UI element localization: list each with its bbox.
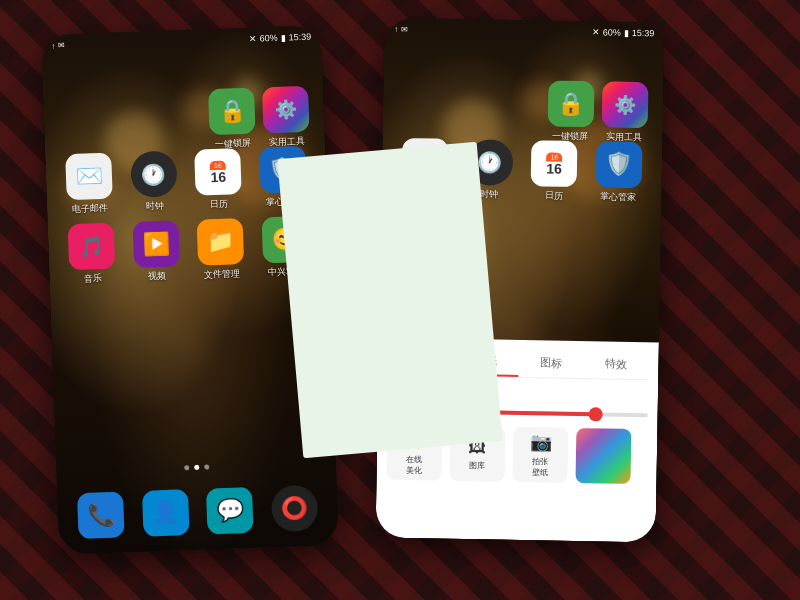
app-label-calendar-right: 日历 xyxy=(545,189,563,202)
notification-icon: ✉ xyxy=(58,41,65,50)
app-item-lock-left[interactable]: 🔒 一键锁屏 xyxy=(208,88,256,152)
blur-handle[interactable] xyxy=(589,407,603,421)
app-icon-lock-right[interactable]: 🔒 xyxy=(548,80,595,127)
app-music-left[interactable]: 🎵 音乐 xyxy=(63,222,122,286)
app-icon-tools-right[interactable]: ⚙️ xyxy=(602,81,649,128)
app-mail-left[interactable]: ✉️ 电子邮件 xyxy=(60,152,119,216)
app-icon-files-left[interactable]: 📁 xyxy=(197,218,245,266)
dot-2-active xyxy=(194,465,199,470)
app-item-lock-right[interactable]: 🔒 一键锁屏 xyxy=(547,80,594,143)
dock-contacts-left[interactable]: 👤 xyxy=(136,489,194,537)
status-left-icons-right: ↑ ✉ xyxy=(394,24,408,33)
status-right-info-right: ✕ 60% ▮ 15:39 xyxy=(592,27,655,38)
app-icon-tools-left[interactable]: ⚙️ xyxy=(262,86,310,134)
app-calendar-left[interactable]: 16 16 日历 xyxy=(189,148,248,212)
app-label-shield-right: 掌心管家 xyxy=(600,190,636,204)
app-icon-video-left[interactable]: ▶️ xyxy=(132,220,180,268)
close-icon-right: ✕ xyxy=(592,27,600,37)
time-display-right: 15:39 xyxy=(632,28,655,38)
gallery-label: 图库 xyxy=(469,460,485,471)
app-row1-right: 🔒 一键锁屏 ⚙️ 实用工具 xyxy=(382,78,663,145)
app-icon-music-left[interactable]: 🎵 xyxy=(68,223,116,271)
dock-msg-left[interactable]: 💬 xyxy=(201,487,259,535)
app-label-calendar-left: 日历 xyxy=(210,198,228,212)
app-label-music-left: 音乐 xyxy=(84,272,102,286)
notification-icon-right: ✉ xyxy=(401,24,408,33)
app-label-clock-right: 时钟 xyxy=(480,188,498,201)
app-clock-left[interactable]: 🕐 时钟 xyxy=(125,150,184,214)
app-calendar-right[interactable]: 16 16 日历 xyxy=(525,140,583,203)
app-shield-right[interactable]: 🛡️ 掌心管家 xyxy=(590,141,648,204)
app-grid-left: ✉️ 电子邮件 🕐 时钟 16 16 日历 xyxy=(60,146,314,287)
battery-icon-right: ▮ xyxy=(624,28,629,38)
app-item-tools-left[interactable]: ⚙️ 实用工具 xyxy=(262,86,310,150)
dock-icon-contacts-left[interactable]: 👤 xyxy=(142,489,190,537)
signal-icon-right: ↑ xyxy=(394,24,398,33)
battery-percent: 60% xyxy=(260,33,278,44)
app-icon-calendar-left[interactable]: 16 16 xyxy=(194,148,242,196)
app-icon-lock-left[interactable]: 🔒 xyxy=(208,88,256,136)
camera-wp-label: 拍张壁纸 xyxy=(532,456,548,478)
app-icon-clock-left[interactable]: 🕐 xyxy=(130,150,178,198)
app-icon-mail-left[interactable]: ✉️ xyxy=(65,153,113,201)
dock-icon-msg-left[interactable]: 💬 xyxy=(206,487,254,535)
app-label-files-left: 文件管理 xyxy=(204,267,240,281)
app-label-mail-left: 电子邮件 xyxy=(72,202,108,216)
camera-wp-icon: 📷 xyxy=(529,431,551,453)
paper-card xyxy=(277,142,502,458)
app-icon-calendar-right[interactable]: 16 16 xyxy=(531,140,578,187)
app-item-tools-right[interactable]: ⚙️ 实用工具 xyxy=(601,81,648,144)
close-icon: ✕ xyxy=(249,34,257,44)
time-display: 15:39 xyxy=(289,32,312,43)
app-icon-shield-right[interactable]: 🛡️ xyxy=(595,141,642,188)
status-left-icons: ↑ ✉ xyxy=(51,41,65,50)
status-right-info: ✕ 60% ▮ 15:39 xyxy=(249,32,312,44)
dock-icon-phone-left[interactable]: 📞 xyxy=(77,491,125,539)
dot-3 xyxy=(204,464,209,469)
app-label-clock-left: 时钟 xyxy=(146,200,164,214)
signal-icon: ↑ xyxy=(51,41,55,50)
app-video-left[interactable]: ▶️ 视频 xyxy=(127,220,186,284)
wp-option-color-preview[interactable] xyxy=(575,428,631,484)
dock-camera-left[interactable]: ⭕ xyxy=(265,485,323,533)
dock-left: 📞 👤 💬 ⭕ xyxy=(72,485,323,540)
battery-percent-right: 60% xyxy=(603,27,621,37)
tab-effects[interactable]: 特效 xyxy=(583,351,648,379)
wp-option-camera[interactable]: 📷 拍张壁纸 xyxy=(512,427,568,483)
battery-icon: ▮ xyxy=(281,33,286,43)
tab-icon[interactable]: 图标 xyxy=(518,350,583,378)
dock-phone-left[interactable]: 📞 xyxy=(72,491,130,539)
dot-1 xyxy=(184,465,189,470)
app-files-left[interactable]: 📁 文件管理 xyxy=(192,218,251,282)
app-label-video-left: 视频 xyxy=(148,270,166,284)
dock-icon-camera-left[interactable]: ⭕ xyxy=(271,485,319,533)
online-beautify-label: 在线美化 xyxy=(406,454,422,476)
